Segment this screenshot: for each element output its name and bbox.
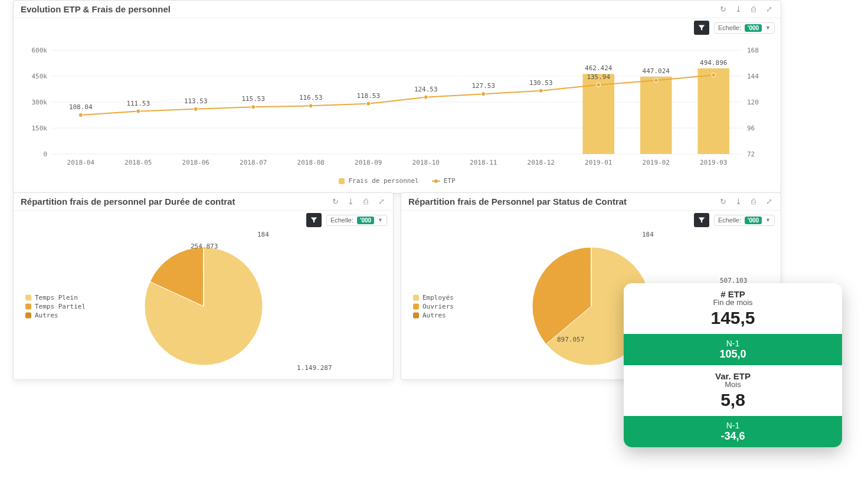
panel-main: Evolution ETP & Frais de personnel ↻ ⤓ ⎙… bbox=[13, 0, 781, 194]
svg-point-49 bbox=[539, 89, 543, 93]
svg-point-35 bbox=[136, 109, 140, 113]
svg-point-33 bbox=[78, 113, 83, 117]
pie1-label-2: 254.873 bbox=[191, 242, 218, 250]
pie1-label-3: 184 bbox=[257, 231, 269, 238]
print-icon[interactable]: ⎙ bbox=[749, 5, 758, 14]
kpi-sub-1: Fin de mois bbox=[633, 298, 833, 307]
print-icon[interactable]: ⎙ bbox=[361, 197, 371, 207]
svg-text:2018-08: 2018-08 bbox=[297, 159, 325, 166]
expand-icon[interactable]: ⤢ bbox=[376, 197, 386, 207]
filter-button[interactable] bbox=[694, 213, 709, 227]
panel-main-toolbar: Echelle: '000 ▼ bbox=[14, 18, 781, 37]
echelle-dropdown[interactable]: Echelle: '000 ▼ bbox=[714, 215, 775, 226]
svg-text:494.896: 494.896 bbox=[700, 59, 727, 67]
echelle-dropdown[interactable]: Echelle: '000 ▼ bbox=[714, 22, 775, 34]
pie2-label-1: 897.057 bbox=[557, 336, 584, 343]
svg-text:113.53: 113.53 bbox=[184, 97, 208, 105]
kpi-card: # ETP Fin de mois 145,5 N-1 105,0 Var. E… bbox=[624, 283, 842, 447]
echelle-value: '000 bbox=[357, 217, 374, 224]
panel-pie1-header: Répartition frais de personnel par Durée… bbox=[14, 193, 393, 211]
panel-main-actions: ↻ ⤓ ⎙ ⤢ bbox=[718, 5, 774, 14]
combo-legend: Frais de personnel ETP bbox=[21, 173, 774, 186]
panel-pie2-header: Répartition frais de Personnel par Statu… bbox=[401, 193, 781, 211]
svg-point-54 bbox=[712, 73, 716, 77]
svg-text:130.53: 130.53 bbox=[529, 79, 553, 87]
svg-text:127.53: 127.53 bbox=[471, 82, 495, 90]
svg-text:135.94: 135.94 bbox=[587, 73, 610, 81]
svg-text:116.53: 116.53 bbox=[299, 94, 323, 101]
panel-main-header: Evolution ETP & Frais de personnel ↻ ⤓ ⎙… bbox=[14, 1, 781, 18]
svg-text:115.53: 115.53 bbox=[241, 95, 265, 103]
svg-rect-29 bbox=[640, 77, 672, 154]
refresh-icon[interactable]: ↻ bbox=[718, 197, 728, 207]
echelle-label: Echelle: bbox=[330, 217, 353, 224]
svg-point-53 bbox=[654, 78, 658, 83]
svg-text:2018-07: 2018-07 bbox=[240, 159, 267, 166]
pie2-label-3: 184 bbox=[642, 231, 654, 238]
svg-point-47 bbox=[482, 92, 486, 96]
kpi-sub-2: Mois bbox=[633, 380, 833, 389]
filter-button[interactable] bbox=[306, 213, 322, 227]
kpi-band-2: N-1 -34,6 bbox=[624, 416, 842, 447]
pie1-label-1: 1.149.287 bbox=[297, 364, 332, 372]
panel-pie2-actions: ↻ ⤓ ⎙ ⤢ bbox=[718, 197, 774, 207]
filter-button[interactable] bbox=[694, 21, 709, 35]
svg-text:120: 120 bbox=[747, 99, 759, 106]
legend-line: ETP bbox=[432, 177, 456, 185]
echelle-label: Echelle: bbox=[718, 24, 741, 31]
svg-text:150k: 150k bbox=[32, 124, 48, 132]
panel-pie1-title: Répartition frais de personnel par Durée… bbox=[21, 196, 235, 207]
svg-text:447.024: 447.024 bbox=[643, 67, 670, 75]
svg-text:168: 168 bbox=[747, 47, 759, 54]
kpi-band-1-val: 105,0 bbox=[624, 348, 842, 361]
pie2-legend: Employés Ouvriers Autres bbox=[413, 293, 454, 320]
svg-point-41 bbox=[309, 104, 313, 108]
svg-text:0: 0 bbox=[43, 150, 47, 158]
svg-text:2018-12: 2018-12 bbox=[528, 159, 555, 166]
expand-icon[interactable]: ⤢ bbox=[764, 197, 774, 207]
svg-text:2019-01: 2019-01 bbox=[585, 159, 612, 166]
export-icon[interactable]: ⤓ bbox=[733, 5, 743, 14]
svg-text:144: 144 bbox=[747, 73, 759, 80]
kpi-block-1: # ETP Fin de mois 145,5 bbox=[624, 283, 842, 334]
svg-text:450k: 450k bbox=[32, 73, 48, 80]
export-icon[interactable]: ⤓ bbox=[346, 197, 355, 207]
svg-text:96: 96 bbox=[747, 124, 755, 132]
refresh-icon[interactable]: ↻ bbox=[718, 5, 728, 14]
expand-icon[interactable]: ⤢ bbox=[764, 5, 774, 14]
panel-pie2-title: Répartition frais de Personnel par Statu… bbox=[408, 196, 627, 207]
svg-point-37 bbox=[194, 107, 198, 111]
svg-text:2019-02: 2019-02 bbox=[643, 159, 670, 166]
echelle-dropdown[interactable]: Echelle: '000 ▼ bbox=[326, 215, 387, 226]
print-icon[interactable]: ⎙ bbox=[749, 197, 758, 207]
svg-text:2019-03: 2019-03 bbox=[700, 159, 727, 166]
export-icon[interactable]: ⤓ bbox=[733, 197, 743, 207]
panel-main-title: Evolution ETP & Frais de personnel bbox=[21, 4, 171, 14]
svg-point-39 bbox=[251, 105, 256, 109]
panel-pie2-toolbar: Echelle: '000 ▼ bbox=[401, 211, 781, 230]
kpi-val-2: 5,8 bbox=[633, 390, 833, 410]
svg-rect-31 bbox=[697, 68, 729, 154]
chevron-down-icon: ▼ bbox=[378, 217, 383, 223]
svg-point-45 bbox=[424, 95, 428, 99]
svg-text:2018-05: 2018-05 bbox=[125, 159, 152, 166]
kpi-band-1: N-1 105,0 bbox=[624, 334, 842, 365]
kpi-block-2: Var. ETP Mois 5,8 bbox=[624, 365, 842, 416]
echelle-value: '000 bbox=[745, 217, 762, 224]
svg-text:300k: 300k bbox=[32, 99, 48, 106]
svg-text:2018-11: 2018-11 bbox=[470, 159, 497, 166]
svg-point-43 bbox=[366, 101, 371, 106]
svg-text:111.53: 111.53 bbox=[126, 100, 150, 107]
svg-text:2018-06: 2018-06 bbox=[182, 159, 209, 166]
combo-chart: 0150k300k450k600k72961201441682018-04201… bbox=[21, 42, 774, 172]
panel-pie1-actions: ↻ ⤓ ⎙ ⤢ bbox=[330, 197, 386, 207]
svg-text:2018-10: 2018-10 bbox=[412, 159, 440, 166]
panel-pie1-toolbar: Echelle: '000 ▼ bbox=[14, 211, 393, 230]
refresh-icon[interactable]: ↻ bbox=[330, 197, 340, 207]
svg-text:72: 72 bbox=[747, 150, 755, 158]
legend-bar: Frais de personnel bbox=[339, 177, 418, 185]
kpi-val-1: 145,5 bbox=[633, 308, 833, 328]
echelle-value: '000 bbox=[745, 24, 762, 32]
svg-text:108.04: 108.04 bbox=[69, 103, 93, 111]
panel-main-body: 0150k300k450k600k72961201441682018-04201… bbox=[14, 37, 781, 193]
